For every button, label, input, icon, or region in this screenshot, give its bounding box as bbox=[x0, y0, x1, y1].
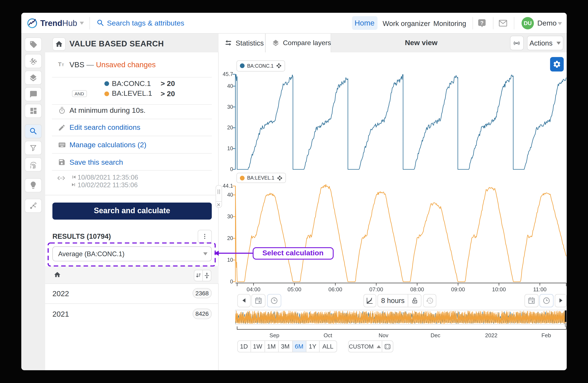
svg-text:0: 0 bbox=[230, 279, 233, 285]
svg-text:T: T bbox=[62, 62, 64, 67]
svg-text:11:00: 11:00 bbox=[533, 286, 546, 293]
svg-text:Oct: Oct bbox=[324, 332, 332, 339]
svg-text:2022: 2022 bbox=[485, 332, 498, 339]
svg-text:04:00: 04:00 bbox=[247, 286, 260, 293]
svg-text:0: 0 bbox=[230, 166, 233, 172]
svg-text:30: 30 bbox=[227, 104, 233, 110]
svg-text:08:00: 08:00 bbox=[410, 286, 424, 293]
svg-text:30: 30 bbox=[227, 213, 233, 219]
svg-text:20: 20 bbox=[227, 235, 233, 241]
svg-text:?: ? bbox=[480, 20, 483, 26]
svg-text:45.7: 45.7 bbox=[223, 71, 233, 77]
svg-text:20: 20 bbox=[227, 124, 233, 131]
svg-text:05:00: 05:00 bbox=[287, 286, 301, 293]
svg-text:40: 40 bbox=[227, 192, 233, 198]
svg-text:Nov: Nov bbox=[378, 332, 388, 339]
svg-text:T: T bbox=[58, 61, 61, 67]
svg-text:06:00: 06:00 bbox=[328, 286, 342, 293]
svg-text:10: 10 bbox=[227, 145, 233, 151]
svg-text:40: 40 bbox=[227, 83, 233, 89]
svg-text:07:00: 07:00 bbox=[369, 286, 383, 293]
svg-text:10:00: 10:00 bbox=[492, 286, 506, 293]
svg-text:Feb: Feb bbox=[542, 332, 551, 339]
svg-text:09:00: 09:00 bbox=[451, 286, 465, 293]
svg-text:Sep: Sep bbox=[270, 332, 279, 339]
svg-text:Dec: Dec bbox=[431, 332, 440, 339]
svg-text:44.1: 44.1 bbox=[223, 183, 233, 189]
